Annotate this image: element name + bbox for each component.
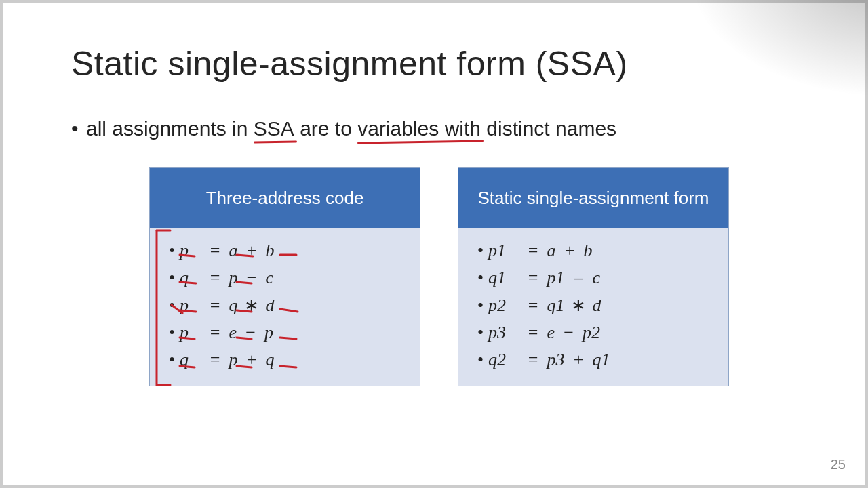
box-body: p1= a + b q1= p1 – c p2= q1 ∗ d p3= e − … <box>458 228 728 386</box>
operator: − <box>241 319 260 346</box>
operand: b <box>266 241 275 260</box>
operand: q <box>229 296 238 315</box>
lhs: q <box>180 264 205 291</box>
eq: = <box>205 237 224 264</box>
lhs: p <box>180 319 205 346</box>
box-header: Three-address code <box>150 168 420 228</box>
code-line: p1= a + b <box>477 237 715 264</box>
operand: c <box>266 268 274 287</box>
operator: ∗ <box>242 292 261 319</box>
operand: d <box>593 296 601 315</box>
lhs: q <box>180 346 205 373</box>
bullet-underline-variables: variables with <box>357 117 481 140</box>
operand: p <box>264 323 273 342</box>
operand: b <box>584 241 593 260</box>
operator: − <box>559 319 578 346</box>
operand: p2 <box>583 323 600 342</box>
eq: = <box>524 292 542 319</box>
bullet-text-part: distinct names <box>486 117 616 140</box>
eq: = <box>205 264 224 291</box>
operand: e <box>229 323 237 342</box>
operand: q1 <box>547 296 565 315</box>
bullet-text: all assignments in SSA are to variables … <box>71 117 797 140</box>
lhs: q1 <box>488 264 524 291</box>
eq: = <box>524 319 542 346</box>
slide: Static single-assignment form (SSA) all … <box>3 3 865 485</box>
operand: p1 <box>547 268 565 287</box>
code-line: p= a + b <box>169 237 406 264</box>
operator: + <box>569 346 588 373</box>
code-line: q1= p1 – c <box>477 264 715 291</box>
lhs: p <box>180 237 205 264</box>
eq: = <box>524 264 542 291</box>
code-line: q= p − c <box>169 264 406 291</box>
eq: = <box>205 292 224 319</box>
code-line: p3= e − p2 <box>477 319 715 346</box>
operator: + <box>242 346 261 373</box>
operator: + <box>560 237 579 264</box>
eq: = <box>205 346 224 373</box>
bullet-text-part: are to <box>300 117 357 140</box>
operand: e <box>547 323 555 342</box>
lhs: q2 <box>488 346 524 373</box>
operand: d <box>266 296 275 315</box>
operand: c <box>593 268 601 287</box>
lhs: p2 <box>488 292 524 319</box>
slide-number: 25 <box>831 457 846 472</box>
code-line: q2= p3 + q1 <box>477 346 715 373</box>
operator: ∗ <box>569 292 588 319</box>
code-line: p2= q1 ∗ d <box>477 292 715 319</box>
box-body: p= a + b q= p − c p= q ∗ d p= e − p q= p… <box>150 228 420 386</box>
lhs: p1 <box>488 237 524 264</box>
lhs: p <box>180 292 205 319</box>
slide-title: Static single-assignment form (SSA) <box>71 44 797 83</box>
operand: p <box>229 268 238 287</box>
bullet-underline-ssa: SSA <box>254 117 294 140</box>
eq: = <box>205 319 224 346</box>
operator: + <box>242 237 261 264</box>
code-line: p= e − p <box>169 319 406 346</box>
code-line: p= q ∗ d <box>169 292 406 319</box>
three-address-code-box: Three-address code p= a + b q= p − c p= … <box>149 167 420 386</box>
operator: – <box>569 264 588 291</box>
eq: = <box>524 346 542 373</box>
operand: a <box>229 241 238 260</box>
bullet-text-part: all assignments in <box>86 117 254 140</box>
operator: − <box>242 264 261 291</box>
operand: q <box>266 350 275 369</box>
eq: = <box>524 237 542 264</box>
operand: q1 <box>593 350 610 369</box>
code-line: q= p + q <box>169 346 406 373</box>
operand: p3 <box>547 350 565 369</box>
operand: p <box>229 350 238 369</box>
box-header: Static single-assignment form <box>458 168 728 228</box>
operand: a <box>547 241 556 260</box>
ssa-form-box: Static single-assignment form p1= a + b … <box>458 167 729 386</box>
lhs: p3 <box>488 319 524 346</box>
tables-row: Three-address code p= a + b q= p − c p= … <box>149 167 797 386</box>
